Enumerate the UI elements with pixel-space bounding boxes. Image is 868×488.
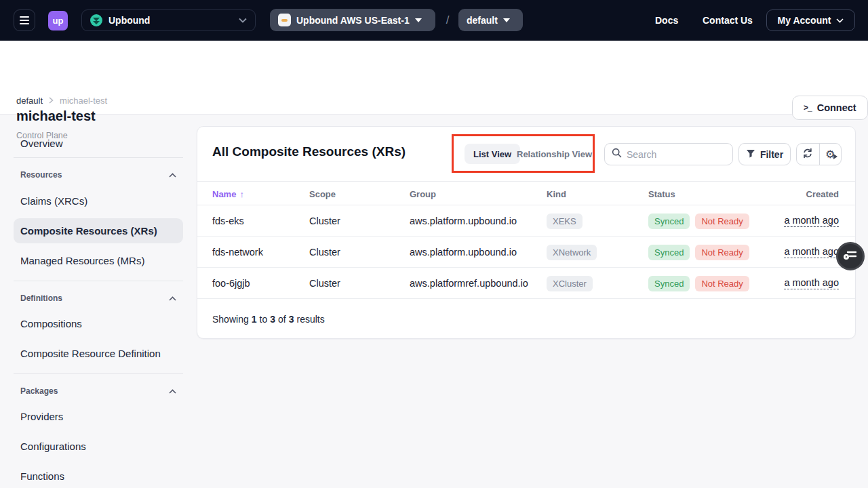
created-timestamp[interactable]: a month ago (784, 246, 839, 258)
cell-group: aws.platformref.upbound.io (410, 268, 528, 299)
kind-badge: XNetwork (547, 245, 597, 260)
sidebar-item-composite-resource-definition[interactable]: Composite Resource Definition (14, 341, 183, 366)
breadcrumb: default michael-test (16, 96, 107, 106)
divider (14, 281, 183, 281)
sidebar-item-managed-resources[interactable]: Managed Resources (MRs) (14, 248, 183, 273)
chevron-down-icon (836, 18, 844, 23)
cell-group: aws.platform.upbound.io (410, 205, 517, 237)
group-label: default (467, 15, 498, 26)
table-row[interactable]: foo-6jgjb Cluster aws.platformref.upboun… (197, 268, 855, 299)
sidebar-item-composite-resources[interactable]: Composite Resources (XRs) (14, 218, 183, 243)
upbound-logo[interactable]: up (48, 11, 68, 30)
table-row[interactable]: fds-eks Cluster aws.platform.upbound.io … (197, 205, 855, 237)
sidebar-item-configurations[interactable]: Configurations (14, 434, 183, 459)
refresh-icon (802, 148, 813, 161)
control-plane-label: Upbound AWS US-East-1 (296, 15, 410, 26)
organization-dropdown[interactable]: Upbound (81, 9, 256, 31)
group-dropdown[interactable]: default (458, 9, 523, 31)
caret-down-icon (415, 18, 422, 22)
status-badge-not-ready: Not Ready (695, 245, 749, 260)
status-badge-synced: Synced (648, 245, 690, 260)
caret-down-icon (503, 18, 510, 22)
status-badge-not-ready: Not Ready (695, 214, 749, 229)
status-badge-not-ready: Not Ready (695, 276, 749, 291)
cell-scope: Cluster (309, 205, 340, 237)
chevron-up-icon (169, 296, 176, 301)
divider (14, 373, 183, 374)
cell-name[interactable]: fds-network (212, 237, 263, 268)
organization-label: Upbound (108, 15, 150, 26)
created-timestamp[interactable]: a month ago (784, 277, 839, 289)
column-header-name[interactable]: Name ↑ (212, 182, 244, 206)
column-header-scope[interactable]: Scope (309, 182, 336, 206)
breadcrumb-current: michael-test (60, 96, 107, 106)
table-row[interactable]: fds-network Cluster aws.platform.upbound… (197, 237, 855, 268)
cell-name[interactable]: foo-6jgjb (212, 268, 250, 299)
column-header-kind[interactable]: Kind (547, 182, 566, 206)
kind-badge: XEKS (547, 214, 583, 229)
terminal-icon: >_ (804, 103, 812, 113)
page-header: default michael-test michael-test Contro… (0, 41, 868, 115)
refresh-controls: ⚙ (796, 143, 842, 165)
divider (14, 157, 183, 158)
hamburger-icon (20, 16, 29, 18)
search-input[interactable] (627, 149, 715, 160)
status-badge-synced: Synced (648, 214, 690, 229)
sort-ascending-icon: ↑ (239, 189, 244, 199)
control-plane-icon (278, 14, 291, 26)
my-account-button[interactable]: My Account (766, 9, 855, 31)
breadcrumb-parent[interactable]: default (16, 96, 43, 106)
search-input-container (604, 143, 733, 165)
column-header-created[interactable]: Created (806, 182, 839, 206)
hamburger-menu-button[interactable] (14, 9, 35, 31)
sidebar-section-definitions[interactable]: Definitions (14, 290, 183, 306)
created-timestamp[interactable]: a month ago (784, 215, 839, 227)
sidebar-item-functions[interactable]: Functions (14, 464, 183, 488)
sidebar-item-providers[interactable]: Providers (14, 404, 183, 429)
gear-play-icon: ⚙ (825, 149, 835, 160)
table-header-row: Name ↑ Scope Group Kind Status Created (197, 181, 855, 205)
sidebar-section-resources[interactable]: Resources (14, 167, 183, 183)
sidebar-item-claims[interactable]: Claims (XRCs) (14, 188, 183, 214)
status-badge-synced: Synced (648, 276, 690, 291)
refresh-button[interactable] (797, 144, 819, 165)
chevron-up-icon (169, 173, 176, 178)
sidebar-section-packages[interactable]: Packages (14, 383, 183, 399)
column-header-status[interactable]: Status (648, 182, 675, 206)
control-plane-dropdown[interactable]: Upbound AWS US-East-1 (270, 9, 435, 31)
chevron-down-icon (239, 18, 247, 23)
filter-funnel-icon (746, 149, 755, 160)
column-header-group[interactable]: Group (410, 182, 436, 206)
organization-icon (90, 14, 102, 26)
contact-us-link[interactable]: Contact Us (703, 0, 753, 41)
sidebar-item-overview[interactable]: Overview (14, 131, 183, 156)
auto-refresh-settings-button[interactable]: ⚙ (819, 144, 842, 165)
top-navbar: up Upbound Upbound AWS US-East-1 / defau… (0, 0, 868, 41)
search-icon (612, 148, 622, 161)
panel-title: All Composite Resources (XRs) (212, 144, 406, 159)
resource-center-icon (844, 249, 857, 263)
feedback-widget-button[interactable] (836, 242, 865, 270)
kind-badge: XCluster (547, 276, 593, 291)
filter-button[interactable]: Filter (738, 143, 791, 165)
path-separator: / (442, 0, 453, 41)
connect-button[interactable]: >_ Connect (792, 96, 868, 120)
results-summary: Showing 1 to 3 of 3 results (212, 299, 325, 340)
cell-scope: Cluster (309, 268, 340, 299)
cell-group: aws.platform.upbound.io (410, 237, 517, 268)
cell-scope: Cluster (309, 237, 340, 268)
docs-link[interactable]: Docs (655, 0, 678, 41)
composite-resources-panel: All Composite Resources (XRs) List View … (197, 126, 856, 339)
sidebar-item-compositions[interactable]: Compositions (14, 311, 183, 336)
chevron-right-icon (49, 96, 54, 106)
cell-name[interactable]: fds-eks (212, 205, 244, 237)
sidebar: Overview Resources Claims (XRCs) Composi… (14, 115, 183, 488)
relationship-view-toggle[interactable]: Relationship View (514, 144, 595, 164)
chevron-up-icon (169, 389, 176, 394)
list-view-toggle[interactable]: List View (465, 144, 520, 164)
